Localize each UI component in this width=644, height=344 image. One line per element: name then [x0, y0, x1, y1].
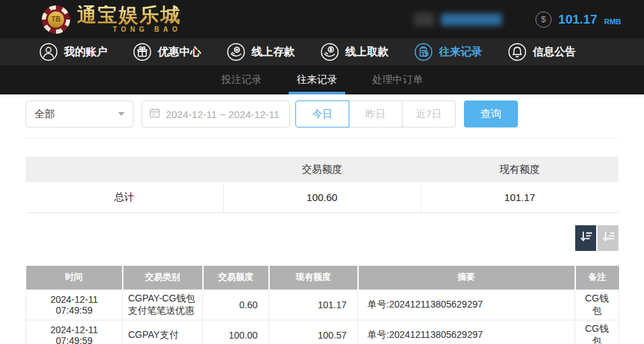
filter-row: 全部 2024-12-11 ~ 2024-12-11 今日 昨日 近7日 查询	[26, 101, 618, 127]
bell-icon	[508, 42, 527, 61]
deposit-coins-icon	[227, 42, 245, 61]
summary-header-row: 交易额度 现有额度	[26, 156, 618, 182]
type-select-value: 全部	[34, 108, 55, 121]
wallet-icon[interactable]: $	[535, 11, 552, 28]
table-row: 2024-12-11 07:49:59 CGPAY-CG钱包支付笔笔送优惠 0.…	[26, 290, 619, 320]
cell-time: 2024-12-11 07:49:59	[26, 290, 123, 320]
balance-amount: 101.17	[558, 12, 597, 27]
search-button[interactable]: 查询	[464, 101, 518, 127]
sort-ascending-icon	[601, 229, 616, 246]
cell-amount: 0.60	[203, 290, 269, 320]
withdraw-money-icon	[320, 42, 339, 61]
balance-currency: RMB	[604, 18, 621, 26]
col-header-summary: 摘要	[358, 266, 575, 290]
cell-type: CGPAY-CG钱包支付笔笔送优惠	[123, 290, 203, 320]
tab-transaction-records[interactable]: 往来记录	[294, 65, 340, 94]
masked-avatar	[414, 13, 434, 26]
nav-item-my-account[interactable]: 我的账户	[39, 42, 107, 61]
cell-note: CG钱包	[575, 320, 619, 344]
records-header-row: 时间 交易类别 交易额度 现有额度 摘要 备注	[26, 266, 619, 290]
record-subtabs: 投注记录 往来记录 处理中订单	[0, 65, 644, 94]
cell-amount: 100.00	[203, 320, 269, 344]
cell-summary: 单号:202412113805629297	[358, 320, 575, 344]
tab-pending-orders[interactable]: 处理中订单	[370, 65, 426, 94]
sort-descending-button[interactable]	[575, 225, 596, 251]
gift-icon	[133, 42, 152, 61]
nav-item-announcements[interactable]: 信息公告	[508, 42, 576, 61]
summary-total-transaction-amount: 100.60	[223, 182, 421, 212]
summary-header-current-balance: 现有额度	[421, 156, 618, 182]
date-range-input[interactable]: 2024-12-11 ~ 2024-12-11	[142, 101, 290, 127]
quick-date-group: 今日 昨日 近7日	[295, 101, 456, 127]
date-range-value: 2024-12-11 ~ 2024-12-11	[166, 109, 279, 120]
summary-header-spacer	[26, 156, 223, 182]
table-row: 2024-12-11 07:49:59 CGPAY支付 100.00 100.5…	[26, 320, 619, 344]
nav-item-promotions[interactable]: 优惠中心	[133, 42, 201, 61]
logo-title: 通宝娱乐城	[77, 5, 181, 25]
summary-header-transaction-amount: 交易额度	[223, 156, 421, 182]
records-clipboard-icon	[414, 42, 433, 61]
filter-divider	[26, 138, 618, 138]
col-header-type: 交易类别	[123, 266, 203, 290]
calendar-icon	[149, 107, 160, 121]
site-logo[interactable]: TB 通宝娱乐城 TONG BAO	[42, 5, 181, 34]
chevron-down-icon	[118, 112, 125, 116]
account-area: $ 101.17 RMB	[414, 0, 621, 38]
cell-summary: 单号:202412113805629297	[358, 290, 575, 320]
sort-descending-icon	[579, 229, 593, 246]
summary-total-row: 总计 100.60 101.17	[26, 182, 618, 212]
col-header-note: 备注	[575, 266, 619, 290]
chip-monogram: TB	[48, 11, 64, 28]
last7days-button[interactable]: 近7日	[402, 101, 456, 127]
user-icon	[39, 42, 58, 61]
cell-balance: 101.17	[269, 290, 358, 320]
masked-username	[441, 13, 502, 26]
cell-balance: 100.57	[269, 320, 358, 344]
summary-total-label: 总计	[26, 182, 223, 212]
records-table: 时间 交易类别 交易额度 现有额度 摘要 备注 2024-12-11 07:49…	[26, 266, 619, 344]
col-header-time: 时间	[26, 266, 123, 290]
col-header-amount: 交易额度	[203, 266, 269, 290]
cell-note: CG钱包	[575, 290, 619, 320]
cell-type: CGPAY支付	[123, 320, 203, 344]
main-nav: 我的账户 优惠中心 线上存款 线上取款 往来记录 信息公告	[0, 38, 644, 65]
sort-ascending-button[interactable]	[597, 225, 618, 251]
casino-chip-icon: TB	[42, 5, 70, 34]
yesterday-button[interactable]: 昨日	[349, 101, 403, 127]
tab-bet-records[interactable]: 投注记录	[218, 65, 264, 94]
top-header: TB 通宝娱乐城 TONG BAO $ 101.17 RMB	[0, 0, 644, 38]
type-select[interactable]: 全部	[26, 101, 134, 127]
today-button[interactable]: 今日	[295, 101, 349, 127]
nav-item-deposit[interactable]: 线上存款	[227, 42, 295, 61]
cell-time: 2024-12-11 07:49:59	[26, 320, 123, 344]
nav-item-withdraw[interactable]: 线上取款	[320, 42, 388, 61]
summary-total-current-balance: 101.17	[421, 182, 618, 212]
sort-controls	[26, 225, 618, 251]
nav-item-transactions[interactable]: 往来记录	[414, 42, 482, 61]
summary-table: 交易额度 现有额度 总计 100.60 101.17	[26, 156, 618, 213]
logo-subtitle: TONG BAO	[77, 26, 181, 33]
col-header-balance: 现有额度	[269, 266, 358, 290]
